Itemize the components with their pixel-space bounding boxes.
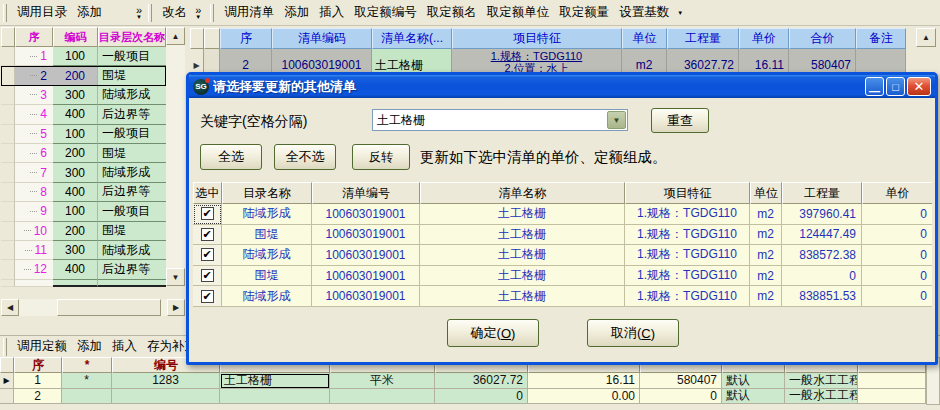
row-checkbox[interactable]: ✔ (201, 207, 214, 220)
column-header-list-name[interactable]: 清单名称(... (372, 28, 452, 49)
app-window: { "colors": { "window_bg": "#ece9d8", "t… (0, 0, 940, 410)
scroll-up-icon[interactable]: ▲ (166, 27, 185, 45)
cell-name-selected[interactable]: 土工格栅 (220, 373, 330, 389)
toolbar-item-add[interactable]: 添加 (72, 336, 107, 357)
cancel-button[interactable]: 取消(C) (587, 319, 679, 347)
maximize-button[interactable]: □ (886, 77, 905, 96)
column-header-list-code[interactable]: 清单编号 (312, 182, 420, 204)
dialog-table-row[interactable]: ✔ 围堤 100603019001 土工格栅 1.规格：TGDG110 m2 0… (193, 266, 932, 287)
cell-checkbox: ✔ (193, 266, 222, 287)
scroll-left-icon[interactable]: ◀ (1, 299, 19, 316)
quota-row[interactable]: 2 0 0.00 0 默认 一般水工工程 (0, 389, 940, 405)
cell-price: 0 (862, 266, 932, 287)
requery-button[interactable]: 重查 (651, 108, 709, 133)
cell-name: 陆域形成 (98, 86, 166, 105)
column-header-checked[interactable]: 选中 (193, 182, 222, 204)
toolbar-item-call-list[interactable]: 调用清单 (219, 2, 279, 23)
toolbar-item-call-catalog[interactable]: 调用目录 (12, 2, 72, 23)
column-header-sub (204, 28, 220, 49)
dialog-table-row[interactable]: ✔ 陆域形成 100603019001 土工格栅 1.规格：TGDG110 m2… (193, 245, 932, 266)
catalog-row[interactable]: 1100一般项目 (1, 47, 166, 66)
cell-directory: 陆域形成 (222, 204, 312, 225)
toolbar-item-rename[interactable]: 改名 (157, 2, 192, 23)
dialog-table-row[interactable]: ✔ 围堤 100603019001 土工格栅 1.规格：TGDG110 m2 1… (193, 225, 932, 246)
cell-star: * (62, 373, 112, 389)
row-checkbox[interactable]: ✔ (201, 290, 214, 303)
column-header-code[interactable]: 编码 (53, 27, 98, 47)
cell-price: 0.00 (528, 389, 640, 405)
column-header-feature[interactable]: 项目特征 (452, 28, 622, 49)
quota-row[interactable]: ▶ 1 * 1283 土工格栅 平米 36027.72 16.11 580407… (0, 373, 940, 389)
catalog-horizontal-scrollbar[interactable]: ◀ ▶ (1, 299, 185, 316)
dialog-titlebar[interactable]: SG 请选择要更新的其他清单 — □ ✕ (189, 75, 935, 98)
catalog-row[interactable]: 11300陆域形成 (1, 241, 166, 260)
scroll-down-icon[interactable]: ▼ (166, 268, 185, 286)
cell-total: 0 (640, 389, 722, 405)
toolbar-item-call-quota[interactable]: 调用定额 (12, 336, 72, 357)
catalog-row[interactable]: 12400后边界等 (1, 260, 166, 279)
toolbar-item-get-quota-unit[interactable]: 取定额单位 (482, 2, 555, 23)
scrollbar-thumb[interactable] (57, 299, 161, 316)
row-checkbox[interactable]: ✔ (201, 228, 214, 241)
column-header-price[interactable]: 单价 (739, 28, 789, 49)
dialog-table-row[interactable]: ✔ 陆域形成 100603019001 土工格栅 1.规格：TGDG110 m2… (193, 204, 932, 225)
dialog-table-row[interactable]: ✔ 陆域形成 100603019001 土工格栅 1.规格：TGDG110 m2… (193, 286, 932, 307)
cell-code: 100 (53, 47, 98, 66)
row-checkbox[interactable]: ✔ (201, 269, 214, 282)
keyword-combobox[interactable]: 土工格栅 ▼ (372, 109, 628, 131)
minimize-button[interactable]: — (865, 77, 884, 96)
invert-selection-button[interactable]: 反转 (352, 144, 410, 170)
catalog-row[interactable]: 4400后边界等 (1, 105, 166, 124)
toolbar-item-add-catalog[interactable]: 添加 (72, 2, 107, 23)
select-all-button[interactable]: 全选 (200, 144, 262, 170)
column-header-name[interactable]: 目录层次名称 (98, 27, 166, 47)
scroll-up-icon[interactable]: ▲ (916, 28, 936, 47)
column-header-quantity[interactable]: 工程量 (782, 182, 862, 204)
column-header-unit[interactable]: 单位 (750, 182, 782, 204)
row-indicator (1, 66, 15, 85)
toolbar-item-get-quota-number[interactable]: 取定额编号 (349, 2, 422, 23)
toolbar-item-set-base[interactable]: 设置基数 (614, 2, 674, 23)
catalog-row-clipped[interactable] (1, 280, 166, 287)
column-header-unit[interactable]: 单位 (622, 28, 667, 49)
column-header-note[interactable]: 备注 (856, 28, 906, 49)
catalog-row[interactable]: 3300陆域形成 (1, 86, 166, 105)
catalog-row[interactable]: 8400后边界等 (1, 183, 166, 202)
row-indicator (1, 105, 15, 124)
cell-name: 一般项目 (98, 47, 166, 66)
column-header-seq[interactable]: 序 (15, 27, 53, 47)
column-header-directory[interactable]: 目录名称 (222, 182, 312, 204)
catalog-row-selected[interactable]: 2200围堤 (1, 66, 166, 85)
toolbar-dropdown-icon[interactable]: ▼ (674, 10, 686, 16)
more-buttons-icon[interactable]: »▼ (192, 6, 204, 20)
catalog-vertical-scrollbar[interactable]: ▲ ▼ (166, 27, 185, 286)
column-header-price[interactable]: 单价 (862, 182, 932, 204)
toolbar-item-insert[interactable]: 插入 (314, 2, 349, 23)
catalog-row[interactable]: 7300陆域形成 (1, 163, 166, 182)
ok-button[interactable]: 确定(O) (447, 319, 539, 347)
column-header-seq[interactable]: 序 (14, 357, 62, 373)
catalog-row[interactable]: 5100一般项目 (1, 125, 166, 144)
keyword-value[interactable]: 土工格栅 (373, 112, 607, 129)
toolbar-item-insert[interactable]: 插入 (107, 336, 142, 357)
toolbar-item-add[interactable]: 添加 (279, 2, 314, 23)
column-header-feature[interactable]: 项目特征 (625, 182, 750, 204)
scroll-right-icon[interactable]: ▶ (167, 299, 185, 316)
column-header-total[interactable]: 合价 (789, 28, 856, 49)
row-checkbox[interactable]: ✔ (201, 248, 214, 261)
column-header-seq[interactable]: 序 (220, 28, 272, 49)
catalog-row[interactable]: 6200围堤 (1, 144, 166, 163)
column-header-list-code[interactable]: 清单编码 (272, 28, 372, 49)
combo-dropdown-icon[interactable]: ▼ (607, 111, 626, 129)
app-icon: SG (193, 79, 209, 95)
toolbar-item-get-quota-qty[interactable]: 取定额量 (554, 2, 614, 23)
column-header-quantity[interactable]: 工程量 (667, 28, 739, 49)
column-header-list-name[interactable]: 清单名称 (420, 182, 625, 204)
column-header-star[interactable]: * (62, 357, 112, 373)
close-button[interactable]: ✕ (907, 77, 931, 96)
catalog-row[interactable]: 9100一般项目 (1, 202, 166, 221)
toolbar-item-get-quota-name[interactable]: 取定额名 (422, 2, 482, 23)
more-buttons-icon[interactable]: »▼ (133, 6, 145, 20)
catalog-row[interactable]: 10200围堤 (1, 222, 166, 241)
select-none-button[interactable]: 全不选 (274, 144, 336, 170)
